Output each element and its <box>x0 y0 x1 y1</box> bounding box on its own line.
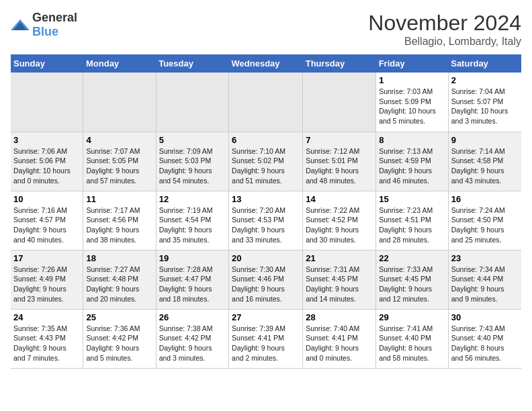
day-cell-0-4 <box>303 73 376 132</box>
day-info: Sunrise: 7:38 AM Sunset: 4:42 PM Dayligh… <box>159 324 226 363</box>
day-number: 2 <box>451 75 519 85</box>
header-row: SundayMondayTuesdayWednesdayThursdayFrid… <box>11 54 521 73</box>
day-number: 11 <box>86 194 152 204</box>
day-number: 29 <box>379 312 445 322</box>
day-number: 21 <box>306 253 373 263</box>
day-cell-1-6: 9Sunrise: 7:14 AM Sunset: 4:58 PM Daylig… <box>448 132 521 191</box>
day-cell-1-1: 4Sunrise: 7:07 AM Sunset: 5:05 PM Daylig… <box>83 132 156 191</box>
week-row-4: 24Sunrise: 7:35 AM Sunset: 4:43 PM Dayli… <box>11 309 521 368</box>
day-info: Sunrise: 7:09 AM Sunset: 5:03 PM Dayligh… <box>159 146 226 186</box>
header-thursday: Thursday <box>303 54 376 73</box>
day-cell-4-1: 25Sunrise: 7:36 AM Sunset: 4:42 PM Dayli… <box>83 309 156 368</box>
day-cell-2-4: 14Sunrise: 7:22 AM Sunset: 4:52 PM Dayli… <box>303 191 376 250</box>
week-row-2: 10Sunrise: 7:16 AM Sunset: 4:57 PM Dayli… <box>11 191 521 250</box>
day-info: Sunrise: 7:07 AM Sunset: 5:05 PM Dayligh… <box>86 146 152 186</box>
header-friday: Friday <box>376 54 449 73</box>
day-cell-0-0 <box>11 73 83 132</box>
day-cell-3-6: 23Sunrise: 7:34 AM Sunset: 4:44 PM Dayli… <box>448 250 521 309</box>
day-info: Sunrise: 7:30 AM Sunset: 4:46 PM Dayligh… <box>232 265 300 304</box>
day-info: Sunrise: 7:04 AM Sunset: 5:07 PM Dayligh… <box>451 87 519 126</box>
day-number: 25 <box>86 312 152 322</box>
day-number: 5 <box>159 135 226 145</box>
day-number: 14 <box>306 194 373 204</box>
day-info: Sunrise: 7:35 AM Sunset: 4:43 PM Dayligh… <box>13 324 80 363</box>
header-sunday: Sunday <box>11 54 83 73</box>
day-cell-4-6: 30Sunrise: 7:43 AM Sunset: 4:40 PM Dayli… <box>448 309 521 368</box>
calendar-body: 1Sunrise: 7:03 AM Sunset: 5:09 PM Daylig… <box>11 73 521 368</box>
day-number: 30 <box>451 312 519 322</box>
day-number: 12 <box>159 194 226 204</box>
day-cell-1-5: 8Sunrise: 7:13 AM Sunset: 4:59 PM Daylig… <box>376 132 449 191</box>
day-info: Sunrise: 7:28 AM Sunset: 4:47 PM Dayligh… <box>159 265 226 304</box>
day-number: 28 <box>306 312 373 322</box>
day-cell-2-6: 16Sunrise: 7:24 AM Sunset: 4:50 PM Dayli… <box>448 191 521 250</box>
day-cell-4-2: 26Sunrise: 7:38 AM Sunset: 4:42 PM Dayli… <box>156 309 228 368</box>
logo-general: General <box>32 11 77 24</box>
day-info: Sunrise: 7:24 AM Sunset: 4:50 PM Dayligh… <box>451 205 519 245</box>
day-cell-1-2: 5Sunrise: 7:09 AM Sunset: 5:03 PM Daylig… <box>156 132 228 191</box>
day-info: Sunrise: 7:10 AM Sunset: 5:02 PM Dayligh… <box>232 146 300 186</box>
day-number: 1 <box>379 75 445 85</box>
header-wednesday: Wednesday <box>229 54 303 73</box>
day-cell-2-0: 10Sunrise: 7:16 AM Sunset: 4:57 PM Dayli… <box>11 191 83 250</box>
day-number: 17 <box>13 253 80 263</box>
day-number: 8 <box>379 135 445 145</box>
day-cell-0-5: 1Sunrise: 7:03 AM Sunset: 5:09 PM Daylig… <box>376 73 449 132</box>
logo: General Blue <box>11 11 77 39</box>
day-info: Sunrise: 7:31 AM Sunset: 4:45 PM Dayligh… <box>306 265 373 304</box>
day-cell-3-5: 22Sunrise: 7:33 AM Sunset: 4:45 PM Dayli… <box>376 250 449 309</box>
calendar-header: SundayMondayTuesdayWednesdayThursdayFrid… <box>11 54 521 73</box>
day-info: Sunrise: 7:16 AM Sunset: 4:57 PM Dayligh… <box>13 205 80 245</box>
week-row-0: 1Sunrise: 7:03 AM Sunset: 5:09 PM Daylig… <box>11 73 521 132</box>
day-cell-3-0: 17Sunrise: 7:26 AM Sunset: 4:49 PM Dayli… <box>11 250 83 309</box>
location-title: Bellagio, Lombardy, Italy <box>368 36 521 48</box>
day-info: Sunrise: 7:43 AM Sunset: 4:40 PM Dayligh… <box>451 324 519 363</box>
day-number: 24 <box>13 312 80 322</box>
day-number: 16 <box>451 194 519 204</box>
day-number: 19 <box>159 253 226 263</box>
day-cell-4-0: 24Sunrise: 7:35 AM Sunset: 4:43 PM Dayli… <box>11 309 83 368</box>
logo-blue: Blue <box>32 25 58 38</box>
day-number: 23 <box>451 253 519 263</box>
day-info: Sunrise: 7:12 AM Sunset: 5:01 PM Dayligh… <box>306 146 373 186</box>
day-number: 6 <box>232 135 300 145</box>
day-cell-4-3: 27Sunrise: 7:39 AM Sunset: 4:41 PM Dayli… <box>229 309 303 368</box>
day-info: Sunrise: 7:03 AM Sunset: 5:09 PM Dayligh… <box>379 87 445 126</box>
day-number: 20 <box>232 253 300 263</box>
week-row-1: 3Sunrise: 7:06 AM Sunset: 5:06 PM Daylig… <box>11 132 521 191</box>
day-number: 9 <box>451 135 519 145</box>
day-cell-2-2: 12Sunrise: 7:19 AM Sunset: 4:54 PM Dayli… <box>156 191 228 250</box>
day-info: Sunrise: 7:33 AM Sunset: 4:45 PM Dayligh… <box>379 265 445 304</box>
day-info: Sunrise: 7:13 AM Sunset: 4:59 PM Dayligh… <box>379 146 445 186</box>
day-info: Sunrise: 7:34 AM Sunset: 4:44 PM Dayligh… <box>451 265 519 304</box>
day-info: Sunrise: 7:06 AM Sunset: 5:06 PM Dayligh… <box>13 146 80 186</box>
day-info: Sunrise: 7:23 AM Sunset: 4:51 PM Dayligh… <box>379 205 445 245</box>
day-number: 15 <box>379 194 445 204</box>
day-info: Sunrise: 7:19 AM Sunset: 4:54 PM Dayligh… <box>159 205 226 245</box>
day-cell-3-2: 19Sunrise: 7:28 AM Sunset: 4:47 PM Dayli… <box>156 250 228 309</box>
week-row-3: 17Sunrise: 7:26 AM Sunset: 4:49 PM Dayli… <box>11 250 521 309</box>
day-cell-3-3: 20Sunrise: 7:30 AM Sunset: 4:46 PM Dayli… <box>229 250 303 309</box>
day-cell-1-4: 7Sunrise: 7:12 AM Sunset: 5:01 PM Daylig… <box>303 132 376 191</box>
title-area: November 2024 Bellagio, Lombardy, Italy <box>368 11 521 48</box>
day-info: Sunrise: 7:17 AM Sunset: 4:56 PM Dayligh… <box>86 205 152 245</box>
header: General Blue November 2024 Bellagio, Lom… <box>11 11 521 48</box>
day-number: 27 <box>232 312 300 322</box>
day-number: 4 <box>86 135 152 145</box>
day-cell-2-1: 11Sunrise: 7:17 AM Sunset: 4:56 PM Dayli… <box>83 191 156 250</box>
day-cell-4-4: 28Sunrise: 7:40 AM Sunset: 4:41 PM Dayli… <box>303 309 376 368</box>
day-cell-0-1 <box>83 73 156 132</box>
day-cell-4-5: 29Sunrise: 7:41 AM Sunset: 4:40 PM Dayli… <box>376 309 449 368</box>
day-info: Sunrise: 7:14 AM Sunset: 4:58 PM Dayligh… <box>451 146 519 186</box>
day-info: Sunrise: 7:26 AM Sunset: 4:49 PM Dayligh… <box>13 265 80 304</box>
header-monday: Monday <box>83 54 156 73</box>
day-cell-0-6: 2Sunrise: 7:04 AM Sunset: 5:07 PM Daylig… <box>448 73 521 132</box>
day-info: Sunrise: 7:27 AM Sunset: 4:48 PM Dayligh… <box>86 265 152 304</box>
logo-icon <box>11 18 30 32</box>
day-cell-3-4: 21Sunrise: 7:31 AM Sunset: 4:45 PM Dayli… <box>303 250 376 309</box>
day-info: Sunrise: 7:39 AM Sunset: 4:41 PM Dayligh… <box>232 324 300 363</box>
month-title: November 2024 <box>368 11 521 36</box>
header-tuesday: Tuesday <box>156 54 228 73</box>
day-info: Sunrise: 7:36 AM Sunset: 4:42 PM Dayligh… <box>86 324 152 363</box>
header-saturday: Saturday <box>448 54 521 73</box>
